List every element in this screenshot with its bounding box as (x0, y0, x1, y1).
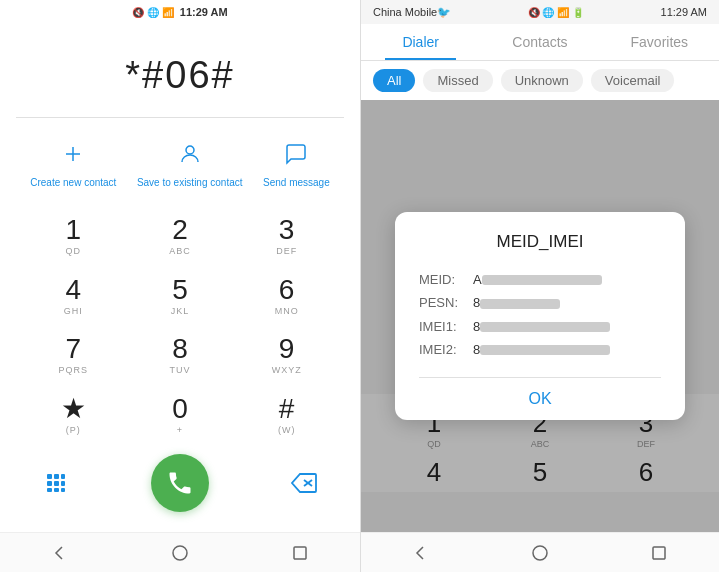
save-contact-label: Save to existing contact (137, 177, 243, 188)
create-contact-button[interactable]: Create new contact (30, 136, 116, 188)
svg-rect-3 (47, 474, 52, 479)
dial-letters-6: MNO (275, 306, 299, 316)
delete-button[interactable] (286, 465, 322, 501)
right-home-nav-button[interactable] (528, 541, 552, 565)
imei1-redacted (480, 322, 610, 332)
back-nav-button[interactable] (48, 541, 72, 565)
dial-letters-1: QD (66, 246, 82, 256)
svg-point-14 (173, 546, 187, 560)
message-icon (278, 136, 314, 172)
filter-all[interactable]: All (373, 69, 415, 92)
svg-rect-5 (61, 474, 65, 479)
filter-bar: All Missed Unknown Voicemail (361, 61, 719, 100)
dial-num-7: 7 (66, 334, 82, 365)
filter-unknown[interactable]: Unknown (501, 69, 583, 92)
create-contact-label: Create new contact (30, 177, 116, 188)
dial-key-6[interactable]: 6 MNO (233, 266, 340, 326)
dial-key-0[interactable]: 0 + (127, 385, 234, 445)
pesn-row: PESN: 8 (419, 291, 661, 314)
dial-num-6: 6 (279, 275, 295, 306)
left-dialpad: 1 QD 2 ABC 3 DEF 4 GHI 5 JKL 6 MNO 7 PQR… (0, 206, 360, 444)
left-nav-bar (0, 532, 360, 572)
keypad-toggle-button[interactable] (38, 465, 74, 501)
pesn-redacted (480, 299, 560, 309)
svg-rect-7 (54, 481, 59, 486)
dial-letters-5: JKL (171, 306, 190, 316)
tab-dialer[interactable]: Dialer (361, 24, 480, 60)
filter-voicemail[interactable]: Voicemail (591, 69, 675, 92)
dial-key-1[interactable]: 1 QD (20, 206, 127, 266)
svg-point-16 (533, 546, 547, 560)
right-recents-nav-button[interactable] (647, 541, 671, 565)
pesn-label: PESN: (419, 291, 469, 314)
add-contact-icon (55, 136, 91, 172)
dial-key-7[interactable]: 7 PQRS (20, 325, 127, 385)
svg-rect-17 (653, 547, 665, 559)
imei2-row: IMEI2: 8 (419, 338, 661, 361)
svg-rect-11 (61, 488, 65, 492)
right-back-nav-button[interactable] (409, 541, 433, 565)
dial-num-9: 9 (279, 334, 295, 365)
dial-letters-8: TUV (169, 365, 190, 375)
dial-letters-4: GHI (64, 306, 83, 316)
left-status-icons: 🔇 🌐 📶 (132, 7, 174, 18)
dial-letters-star: (P) (66, 425, 81, 435)
imei1-label: IMEI1: (419, 315, 469, 338)
tab-contacts[interactable]: Contacts (480, 24, 599, 60)
dial-key-3[interactable]: 3 DEF (233, 206, 340, 266)
dial-num-3: 3 (279, 215, 295, 246)
imei1-row: IMEI1: 8 (419, 315, 661, 338)
svg-rect-15 (294, 547, 306, 559)
left-time: 11:29 AM (180, 6, 228, 18)
action-buttons: Create new contact Save to existing cont… (0, 118, 360, 206)
dial-key-5[interactable]: 5 JKL (127, 266, 234, 326)
right-status-bar: China Mobile🐦 🔇 🌐 📶 🔋 11:29 AM (361, 0, 719, 24)
right-status-icons: 🔇 🌐 📶 🔋 (528, 7, 584, 18)
meid-value: A (473, 268, 602, 291)
dial-letters-7: PQRS (59, 365, 89, 375)
modal-title: MEID_IMEI (419, 232, 661, 252)
dialed-number: *#06# (0, 24, 360, 117)
dial-key-4[interactable]: 4 GHI (20, 266, 127, 326)
dial-key-8[interactable]: 8 TUV (127, 325, 234, 385)
modal-actions: OK (419, 377, 661, 420)
left-status-bar: 🔇 🌐 📶 11:29 AM (0, 0, 360, 24)
svg-rect-8 (61, 481, 65, 486)
dial-num-5: 5 (172, 275, 188, 306)
dial-letters-3: DEF (276, 246, 297, 256)
home-nav-button[interactable] (168, 541, 192, 565)
dial-key-star[interactable]: ★ (P) (20, 385, 127, 445)
modal-ok-button[interactable]: OK (419, 378, 661, 420)
svg-rect-9 (47, 488, 52, 492)
imei2-label: IMEI2: (419, 338, 469, 361)
dial-letters-2: ABC (169, 246, 191, 256)
dial-num-hash: # (279, 394, 295, 425)
svg-rect-6 (47, 481, 52, 486)
dial-key-9[interactable]: 9 WXYZ (233, 325, 340, 385)
tab-bar: Dialer Contacts Favorites (361, 24, 719, 61)
send-message-label: Send message (263, 177, 330, 188)
filter-missed[interactable]: Missed (423, 69, 492, 92)
dial-key-2[interactable]: 2 ABC (127, 206, 234, 266)
tab-favorites[interactable]: Favorites (600, 24, 719, 60)
dial-letters-9: WXYZ (272, 365, 302, 375)
dial-num-star: ★ (61, 394, 86, 425)
right-phone: China Mobile🐦 🔇 🌐 📶 🔋 11:29 AM Dialer Co… (360, 0, 719, 572)
recents-nav-button[interactable] (288, 541, 312, 565)
svg-point-2 (186, 146, 194, 154)
dial-key-hash[interactable]: # (W) (233, 385, 340, 445)
dial-num-4: 4 (66, 275, 82, 306)
send-message-button[interactable]: Send message (263, 136, 330, 188)
right-nav-bar (361, 532, 719, 572)
dial-num-1: 1 (66, 215, 82, 246)
call-button[interactable] (151, 454, 209, 512)
carrier-label: China Mobile🐦 (373, 6, 451, 19)
imei1-value: 8 (473, 315, 610, 338)
meid-redacted (482, 275, 602, 285)
imei2-redacted (480, 345, 610, 355)
left-phone: 🔇 🌐 📶 11:29 AM *#06# Create new contact … (0, 0, 360, 572)
call-list-area: 1 QD 2 ABC 3 DEF 4 (361, 100, 719, 532)
bottom-bar (0, 444, 360, 532)
save-contact-button[interactable]: Save to existing contact (137, 136, 243, 188)
imei2-value: 8 (473, 338, 610, 361)
